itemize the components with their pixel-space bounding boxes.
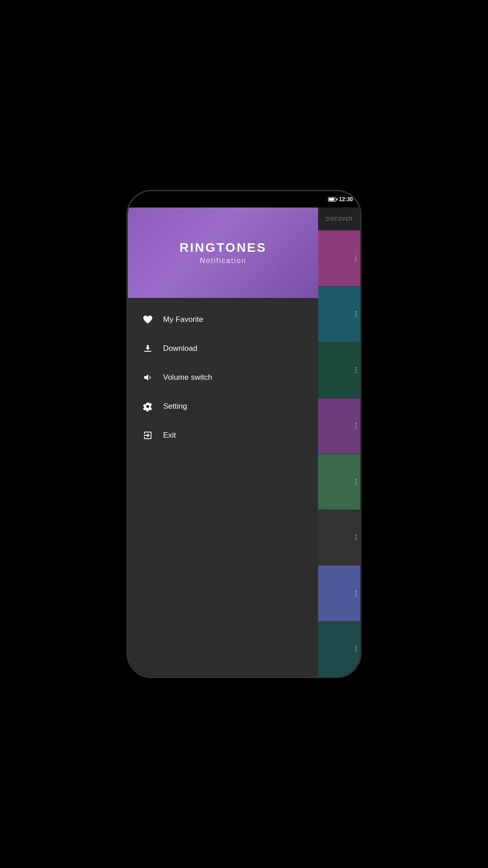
menu-item-exit[interactable]: Exit [128, 421, 318, 450]
more-options-icon[interactable] [355, 367, 357, 373]
signal-icon [319, 197, 325, 202]
phone-screen: 12:30 RINGTONES Notification [128, 191, 360, 677]
list-item[interactable] [318, 453, 360, 509]
download-icon [141, 342, 154, 355]
drawer-header: RINGTONES Notification [128, 208, 318, 298]
discover-text: DISCOVER [326, 217, 353, 222]
svg-rect-2 [323, 198, 324, 202]
more-options-icon[interactable] [355, 423, 357, 429]
list-item[interactable] [318, 230, 360, 286]
list-item[interactable] [318, 342, 360, 398]
more-options-icon[interactable] [355, 646, 357, 652]
wifi-icon [135, 197, 142, 202]
main-content: RINGTONES Notification My Favorite [128, 208, 360, 677]
svg-rect-3 [324, 197, 325, 202]
list-item[interactable] [318, 565, 360, 621]
more-options-icon[interactable] [355, 255, 357, 261]
menu-item-favorite[interactable]: My Favorite [128, 305, 318, 334]
menu-item-setting[interactable]: Setting [128, 392, 318, 421]
nav-drawer: RINGTONES Notification My Favorite [128, 208, 318, 677]
svg-rect-1 [321, 199, 322, 202]
status-bar: 12:30 [128, 191, 360, 208]
list-item[interactable] [318, 286, 360, 342]
download-label: Download [163, 344, 197, 353]
discover-header: DISCOVER [318, 208, 360, 230]
more-options-icon[interactable] [355, 479, 357, 485]
battery-icon [328, 197, 336, 202]
setting-label: Setting [163, 402, 187, 411]
more-options-icon[interactable] [355, 534, 357, 540]
svg-rect-0 [319, 200, 320, 202]
exit-label: Exit [163, 431, 176, 440]
favorite-label: My Favorite [163, 315, 203, 324]
app-subtitle: Notification [200, 257, 246, 265]
menu-item-volume[interactable]: Volume switch [128, 363, 318, 392]
content-area: DISCOVER [318, 208, 360, 677]
gear-icon [141, 400, 154, 413]
list-item[interactable] [318, 509, 360, 566]
more-options-icon[interactable] [355, 311, 357, 317]
menu-item-download[interactable]: Download [128, 334, 318, 363]
status-right: 12:30 [319, 196, 353, 203]
list-item[interactable] [318, 621, 360, 677]
app-title: RINGTONES [179, 241, 267, 255]
volume-label: Volume switch [163, 373, 212, 382]
status-left [135, 197, 142, 202]
time-display: 12:30 [339, 196, 353, 203]
list-item[interactable] [318, 398, 360, 454]
phone-frame: 12:30 RINGTONES Notification [127, 190, 361, 678]
svg-rect-4 [144, 351, 151, 352]
exit-icon [141, 429, 154, 442]
volume-icon [141, 371, 154, 384]
drawer-menu: My Favorite Download [128, 298, 318, 677]
heart-icon [141, 313, 154, 326]
more-options-icon[interactable] [355, 590, 357, 596]
